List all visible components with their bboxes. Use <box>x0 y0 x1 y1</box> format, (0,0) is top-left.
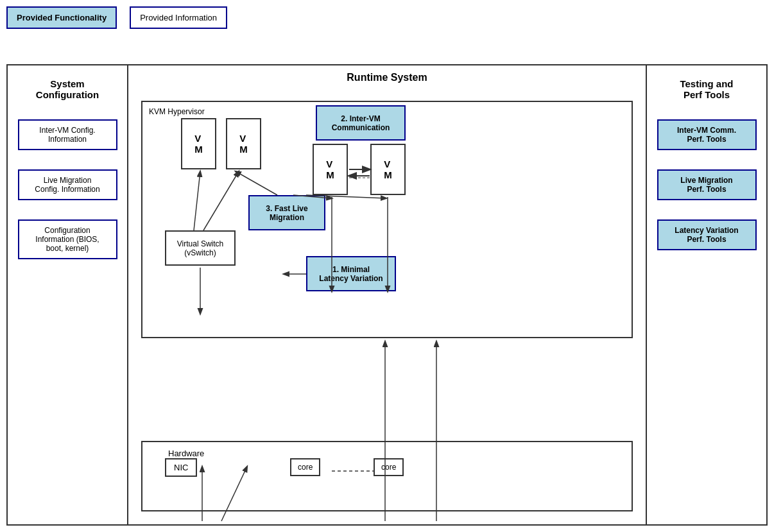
core-box-2: core <box>374 458 404 476</box>
nic-box: NIC <box>165 458 197 477</box>
kvm-label: KVM Hypervisor <box>149 107 205 116</box>
live-migration-config-box: Live MigrationConfig. Information <box>18 169 117 200</box>
provided-information-box: Provided Information <box>130 6 227 29</box>
provided-functionality-box: Provided Functionality <box>6 6 117 29</box>
vm-box-1: VM <box>181 118 216 169</box>
inter-vm-comm-perf-box: Inter-VM Comm.Perf. Tools <box>657 119 757 150</box>
legend-area: Provided Functionality Provided Informat… <box>6 6 227 29</box>
live-migration-perf-box: Live MigrationPerf. Tools <box>657 169 757 200</box>
kvm-hypervisor-box: KVM Hypervisor VM VM 2. Inter-VMCommunic… <box>141 101 633 338</box>
hardware-label: Hardware <box>168 449 204 458</box>
center-column: Runtime System KVM Hypervisor VM VM 2. I… <box>128 64 646 526</box>
latency-variation-perf-box: Latency VariationPerf. Tools <box>657 219 757 250</box>
runtime-system-title: Runtime System <box>135 72 639 83</box>
bios-config-box: ConfigurationInformation (BIOS,boot, ker… <box>18 219 117 259</box>
left-column: SystemConfiguration Inter-VM Config.Info… <box>6 64 128 526</box>
vm-box-4: VM <box>370 144 406 195</box>
provided-functionality-label: Provided Functionality <box>17 13 107 22</box>
svg-line-2 <box>236 171 277 195</box>
hardware-box: Hardware NIC core core <box>141 441 633 511</box>
minimal-latency-box: 1. MinimalLatency Variation <box>306 256 396 291</box>
svg-line-1 <box>203 171 239 230</box>
main-layout: SystemConfiguration Inter-VM Config.Info… <box>6 64 768 526</box>
vm-box-3: VM <box>313 144 348 195</box>
svg-line-0 <box>194 171 200 230</box>
right-column: Testing andPerf Tools Inter-VM Comm.Perf… <box>646 64 768 526</box>
testing-perf-title: Testing andPerf Tools <box>680 78 733 100</box>
fast-live-migration-box: 3. Fast LiveMigration <box>248 195 325 230</box>
system-config-title: SystemConfiguration <box>36 78 99 100</box>
vswitch-box: Virtual Switch(vSwitch) <box>165 230 236 266</box>
vm-box-2: VM <box>226 118 261 169</box>
provided-information-label: Provided Information <box>140 13 217 22</box>
inter-vm-config-box: Inter-VM Config.Information <box>18 119 117 150</box>
inter-vm-comm-box: 2. Inter-VMCommunication <box>316 105 406 141</box>
core-box-1: core <box>290 458 320 476</box>
hw-svg <box>142 442 632 510</box>
